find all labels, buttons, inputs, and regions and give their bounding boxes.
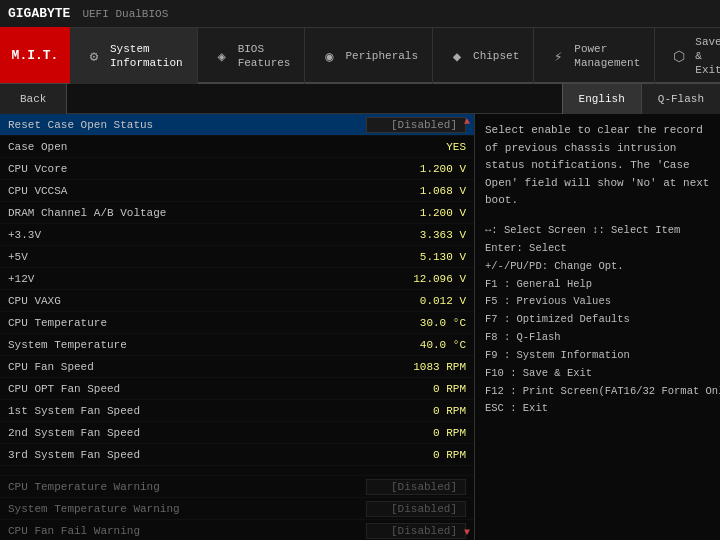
row-value: 0 RPM [366, 427, 466, 439]
key-help-line: F8 : Q-Flash [485, 329, 710, 347]
brand-dualbios: UEFI DualBIOS [82, 8, 168, 20]
row-value: 3.363 V [366, 229, 466, 241]
main-content: ▲ Reset Case Open Status[Disabled]Case O… [0, 114, 720, 540]
table-row[interactable]: CPU VCCSA1.068 V [0, 180, 474, 202]
table-row [0, 466, 474, 476]
nav-item-peripherals[interactable]: ◉Peripherals [305, 28, 433, 84]
table-row[interactable]: DRAM Channel A/B Voltage1.200 V [0, 202, 474, 224]
table-row[interactable]: CPU Temperature30.0 °C [0, 312, 474, 334]
table-row[interactable]: Reset Case Open Status[Disabled] [0, 114, 474, 136]
row-label: 3rd System Fan Speed [8, 449, 366, 461]
row-value: 1.200 V [366, 163, 466, 175]
table-row[interactable]: CPU VAXG0.012 V [0, 290, 474, 312]
row-value: 0 RPM [366, 449, 466, 461]
nav-item-chipset[interactable]: ◆Chipset [433, 28, 534, 84]
brand-gigabyte: GIGABYTE [8, 6, 70, 21]
scroll-up-arrow: ▲ [464, 116, 470, 127]
peripherals-icon: ◉ [319, 46, 339, 66]
peripherals-label: Peripherals [345, 49, 418, 63]
row-value: 30.0 °C [366, 317, 466, 329]
nav-item-save-exit[interactable]: ⬡Save & Exit [655, 28, 720, 84]
table-row[interactable]: System Temperature Warning[Disabled] [0, 498, 474, 520]
table-row[interactable]: +3.3V3.363 V [0, 224, 474, 246]
mit-button[interactable]: M.I.T. [0, 27, 70, 83]
row-label: CPU Fan Speed [8, 361, 366, 373]
row-label: CPU Vcore [8, 163, 366, 175]
back-button[interactable]: Back [0, 84, 67, 114]
table-row[interactable]: Case OpenYES [0, 136, 474, 158]
row-label: CPU Temperature [8, 317, 366, 329]
row-label: CPU OPT Fan Speed [8, 383, 366, 395]
row-value: [Disabled] [366, 479, 466, 495]
table-row[interactable]: System Temperature40.0 °C [0, 334, 474, 356]
bios-features-icon: ◈ [212, 46, 232, 66]
row-value: 40.0 °C [366, 339, 466, 351]
row-label: System Temperature [8, 339, 366, 351]
help-text: Select enable to clear the record of pre… [485, 122, 710, 210]
key-help-line: F1 : General Help [485, 276, 710, 294]
key-help-line: F12 : Print Screen(FAT16/32 Format Only) [485, 383, 710, 401]
row-label: CPU VCCSA [8, 185, 366, 197]
row-value: 12.096 V [366, 273, 466, 285]
row-value: [Disabled] [366, 501, 466, 517]
row-value: 0.012 V [366, 295, 466, 307]
top-bar: GIGABYTE UEFI DualBIOS [0, 0, 720, 28]
key-help-line: F5 : Previous Values [485, 293, 710, 311]
table-row[interactable]: 1st System Fan Speed0 RPM [0, 400, 474, 422]
table-row[interactable]: 2nd System Fan Speed0 RPM [0, 422, 474, 444]
key-help-line: F10 : Save & Exit [485, 365, 710, 383]
table-row[interactable]: CPU Vcore1.200 V [0, 158, 474, 180]
key-help-line: ESC : Exit [485, 400, 710, 418]
bios-features-label: BIOSFeatures [238, 42, 291, 71]
row-label: Reset Case Open Status [8, 119, 366, 131]
row-label: Case Open [8, 141, 366, 153]
left-panel[interactable]: ▲ Reset Case Open Status[Disabled]Case O… [0, 114, 475, 540]
save-exit-label: Save & Exit [695, 35, 720, 78]
row-value: 1.068 V [366, 185, 466, 197]
nav-bar: M.I.T. ⚙SystemInformation◈BIOSFeatures◉P… [0, 28, 720, 84]
save-exit-icon: ⬡ [669, 46, 689, 66]
table-row[interactable]: +12V12.096 V [0, 268, 474, 290]
row-value: 1083 RPM [366, 361, 466, 373]
row-value: 5.130 V [366, 251, 466, 263]
power-management-icon: ⚡ [548, 46, 568, 66]
action-bar: Back English Q-Flash [0, 84, 720, 114]
nav-item-bios-features[interactable]: ◈BIOSFeatures [198, 28, 306, 84]
row-label: CPU Fan Fail Warning [8, 525, 366, 537]
row-label: +3.3V [8, 229, 366, 241]
chipset-icon: ◆ [447, 46, 467, 66]
row-value: [Disabled] [366, 523, 466, 539]
nav-item-system-information[interactable]: ⚙SystemInformation [70, 28, 198, 84]
row-label: +12V [8, 273, 366, 285]
power-management-label: PowerManagement [574, 42, 640, 71]
row-value: 0 RPM [366, 405, 466, 417]
scroll-down-arrow: ▼ [464, 527, 470, 538]
key-help-line: F7 : Optimized Defaults [485, 311, 710, 329]
language-select[interactable]: English [562, 84, 641, 114]
table-row[interactable]: CPU OPT Fan Speed0 RPM [0, 378, 474, 400]
right-panel: Select enable to clear the record of pre… [475, 114, 720, 540]
table-row[interactable]: CPU Fan Fail Warning[Disabled] [0, 520, 474, 540]
qflash-button[interactable]: Q-Flash [641, 84, 720, 114]
row-label: System Temperature Warning [8, 503, 366, 515]
row-value: [Disabled] [366, 117, 466, 133]
row-label: 1st System Fan Speed [8, 405, 366, 417]
nav-item-power-management[interactable]: ⚡PowerManagement [534, 28, 655, 84]
chipset-label: Chipset [473, 49, 519, 63]
table-row[interactable]: CPU Temperature Warning[Disabled] [0, 476, 474, 498]
row-label: 2nd System Fan Speed [8, 427, 366, 439]
key-help-line: +/-/PU/PD: Change Opt. [485, 258, 710, 276]
row-value: YES [366, 141, 466, 153]
row-value: 1.200 V [366, 207, 466, 219]
row-label: +5V [8, 251, 366, 263]
row-label: CPU VAXG [8, 295, 366, 307]
nav-items: ⚙SystemInformation◈BIOSFeatures◉Peripher… [70, 28, 720, 82]
key-help: ↔: Select Screen ↕: Select ItemEnter: Se… [485, 222, 710, 418]
key-help-line: Enter: Select [485, 240, 710, 258]
key-help-line: ↔: Select Screen ↕: Select Item [485, 222, 710, 240]
table-row[interactable]: 3rd System Fan Speed0 RPM [0, 444, 474, 466]
table-row[interactable]: CPU Fan Speed1083 RPM [0, 356, 474, 378]
system-information-label: SystemInformation [110, 42, 183, 71]
table-row[interactable]: +5V5.130 V [0, 246, 474, 268]
row-label: CPU Temperature Warning [8, 481, 366, 493]
